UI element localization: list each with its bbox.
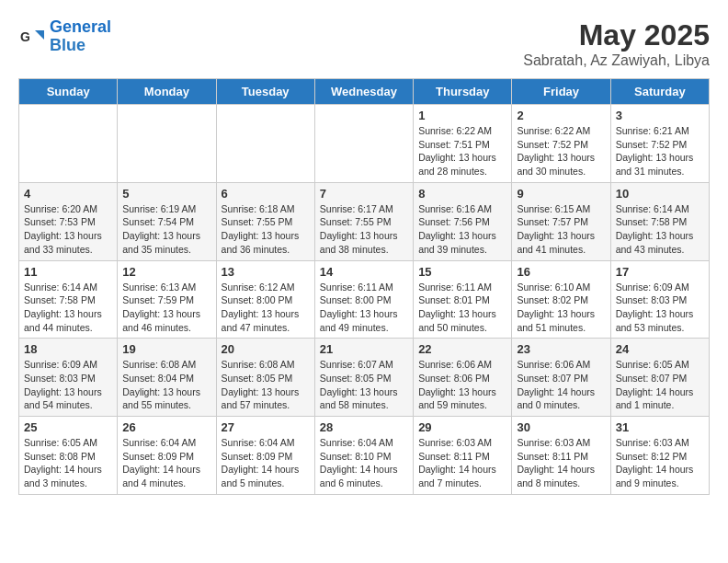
day-content: Sunrise: 6:09 AMSunset: 8:03 PMDaylight:…: [616, 281, 704, 335]
calendar-cell: 22Sunrise: 6:06 AMSunset: 8:06 PMDayligh…: [414, 339, 512, 417]
calendar-cell: [314, 105, 413, 183]
day-number: 4: [24, 187, 112, 201]
logo-line2: Blue: [50, 36, 85, 54]
day-content: Sunrise: 6:08 AMSunset: 8:05 PMDaylight:…: [222, 358, 310, 412]
calendar-cell: 5Sunrise: 6:19 AMSunset: 7:54 PMDaylight…: [118, 182, 216, 260]
day-content: Sunrise: 6:11 AMSunset: 8:00 PMDaylight:…: [320, 281, 408, 335]
day-number: 2: [517, 109, 605, 122]
day-content: Sunrise: 6:20 AMSunset: 7:53 PMDaylight:…: [24, 202, 112, 257]
calendar-cell: 29Sunrise: 6:03 AMSunset: 8:11 PMDayligh…: [414, 417, 512, 495]
day-number: 9: [517, 187, 605, 201]
day-content: Sunrise: 6:22 AMSunset: 7:52 PMDaylight:…: [517, 124, 605, 178]
day-number: 22: [418, 342, 506, 356]
day-number: 6: [222, 187, 310, 201]
calendar-cell: 15Sunrise: 6:11 AMSunset: 8:01 PMDayligh…: [414, 260, 512, 339]
day-number: 14: [320, 265, 408, 279]
day-content: Sunrise: 6:19 AMSunset: 7:54 PMDaylight:…: [122, 202, 210, 257]
calendar-cell: 20Sunrise: 6:08 AMSunset: 8:05 PMDayligh…: [216, 339, 314, 417]
calendar-cell: 12Sunrise: 6:13 AMSunset: 7:59 PMDayligh…: [118, 260, 216, 339]
calendar-cell: 17Sunrise: 6:09 AMSunset: 8:03 PMDayligh…: [610, 260, 709, 339]
header-saturday: Saturday: [610, 79, 709, 105]
calendar-cell: 18Sunrise: 6:09 AMSunset: 8:03 PMDayligh…: [19, 339, 118, 417]
day-number: 20: [222, 342, 310, 356]
day-content: Sunrise: 6:03 AMSunset: 8:12 PMDaylight:…: [616, 436, 704, 490]
header-thursday: Thursday: [414, 79, 512, 105]
day-number: 5: [122, 187, 210, 201]
calendar-cell: 14Sunrise: 6:11 AMSunset: 8:00 PMDayligh…: [314, 260, 413, 339]
calendar-cell: 31Sunrise: 6:03 AMSunset: 8:12 PMDayligh…: [610, 417, 709, 495]
day-number: 12: [122, 265, 210, 279]
calendar-week-row: 25Sunrise: 6:05 AMSunset: 8:08 PMDayligh…: [19, 417, 710, 495]
day-content: Sunrise: 6:12 AMSunset: 8:00 PMDaylight:…: [222, 281, 310, 335]
day-content: Sunrise: 6:04 AMSunset: 8:09 PMDaylight:…: [122, 436, 210, 490]
day-content: Sunrise: 6:04 AMSunset: 8:09 PMDaylight:…: [222, 436, 310, 490]
title-block: May 2025 Sabratah, Az Zawiyah, Libya: [523, 18, 710, 69]
header-friday: Friday: [512, 79, 610, 105]
calendar-cell: [19, 105, 118, 183]
calendar-cell: 9Sunrise: 6:15 AMSunset: 7:57 PMDaylight…: [512, 182, 610, 260]
day-number: 8: [418, 187, 506, 201]
day-content: Sunrise: 6:05 AMSunset: 8:08 PMDaylight:…: [24, 436, 112, 490]
day-number: 17: [616, 265, 704, 279]
day-number: 3: [616, 109, 704, 122]
day-content: Sunrise: 6:07 AMSunset: 8:05 PMDaylight:…: [320, 358, 408, 412]
day-number: 26: [122, 420, 210, 434]
calendar-table: SundayMondayTuesdayWednesdayThursdayFrid…: [18, 78, 710, 495]
day-content: Sunrise: 6:14 AMSunset: 7:58 PMDaylight:…: [24, 281, 112, 335]
calendar-cell: [118, 105, 216, 183]
calendar-cell: 1Sunrise: 6:22 AMSunset: 7:51 PMDaylight…: [414, 105, 512, 183]
day-content: Sunrise: 6:05 AMSunset: 8:07 PMDaylight:…: [616, 358, 704, 412]
calendar-cell: 21Sunrise: 6:07 AMSunset: 8:05 PMDayligh…: [314, 339, 413, 417]
day-content: Sunrise: 6:06 AMSunset: 8:06 PMDaylight:…: [418, 358, 506, 412]
day-number: 1: [418, 109, 506, 122]
day-number: 31: [616, 420, 704, 434]
day-content: Sunrise: 6:22 AMSunset: 7:51 PMDaylight:…: [418, 124, 506, 178]
calendar-cell: 27Sunrise: 6:04 AMSunset: 8:09 PMDayligh…: [216, 417, 314, 495]
day-content: Sunrise: 6:04 AMSunset: 8:10 PMDaylight:…: [320, 436, 408, 490]
day-content: Sunrise: 6:13 AMSunset: 7:59 PMDaylight:…: [122, 281, 210, 335]
calendar-header-row: SundayMondayTuesdayWednesdayThursdayFrid…: [19, 79, 710, 105]
calendar-cell: [216, 105, 314, 183]
day-content: Sunrise: 6:06 AMSunset: 8:07 PMDaylight:…: [517, 358, 605, 412]
calendar-cell: 4Sunrise: 6:20 AMSunset: 7:53 PMDaylight…: [19, 182, 118, 260]
day-content: Sunrise: 6:11 AMSunset: 8:01 PMDaylight:…: [418, 281, 506, 335]
calendar-cell: 13Sunrise: 6:12 AMSunset: 8:00 PMDayligh…: [216, 260, 314, 339]
page-header: G General Blue May 2025 Sabratah, Az Zaw…: [18, 18, 710, 69]
svg-text:G: G: [20, 29, 30, 44]
logo-line1: General: [50, 17, 111, 36]
calendar-cell: 3Sunrise: 6:21 AMSunset: 7:52 PMDaylight…: [610, 105, 709, 183]
calendar-cell: 7Sunrise: 6:17 AMSunset: 7:55 PMDaylight…: [314, 182, 413, 260]
calendar-cell: 28Sunrise: 6:04 AMSunset: 8:10 PMDayligh…: [314, 417, 413, 495]
day-number: 10: [616, 187, 704, 201]
day-number: 18: [24, 342, 112, 356]
day-content: Sunrise: 6:08 AMSunset: 8:04 PMDaylight:…: [122, 358, 210, 412]
day-number: 27: [222, 420, 310, 434]
calendar-cell: 26Sunrise: 6:04 AMSunset: 8:09 PMDayligh…: [118, 417, 216, 495]
location-title: Sabratah, Az Zawiyah, Libya: [523, 52, 710, 69]
day-number: 16: [517, 265, 605, 279]
day-number: 24: [616, 342, 704, 356]
calendar-cell: 25Sunrise: 6:05 AMSunset: 8:08 PMDayligh…: [19, 417, 118, 495]
day-content: Sunrise: 6:09 AMSunset: 8:03 PMDaylight:…: [24, 358, 112, 412]
day-content: Sunrise: 6:15 AMSunset: 7:57 PMDaylight:…: [517, 202, 605, 257]
header-monday: Monday: [118, 79, 216, 105]
calendar-cell: 23Sunrise: 6:06 AMSunset: 8:07 PMDayligh…: [512, 339, 610, 417]
day-number: 7: [320, 187, 408, 201]
day-number: 29: [418, 420, 506, 434]
day-number: 13: [222, 265, 310, 279]
day-number: 23: [517, 342, 605, 356]
day-content: Sunrise: 6:10 AMSunset: 8:02 PMDaylight:…: [517, 281, 605, 335]
day-content: Sunrise: 6:17 AMSunset: 7:55 PMDaylight:…: [320, 202, 408, 257]
day-content: Sunrise: 6:21 AMSunset: 7:52 PMDaylight:…: [616, 124, 704, 178]
calendar-cell: 8Sunrise: 6:16 AMSunset: 7:56 PMDaylight…: [414, 182, 512, 260]
header-wednesday: Wednesday: [314, 79, 413, 105]
header-sunday: Sunday: [19, 79, 118, 105]
day-content: Sunrise: 6:03 AMSunset: 8:11 PMDaylight:…: [418, 436, 506, 490]
day-number: 21: [320, 342, 408, 356]
month-title: May 2025: [523, 18, 710, 52]
calendar-cell: 10Sunrise: 6:14 AMSunset: 7:58 PMDayligh…: [610, 182, 709, 260]
calendar-cell: 6Sunrise: 6:18 AMSunset: 7:55 PMDaylight…: [216, 182, 314, 260]
day-number: 25: [24, 420, 112, 434]
logo: G General Blue: [18, 18, 111, 55]
calendar-cell: 24Sunrise: 6:05 AMSunset: 8:07 PMDayligh…: [610, 339, 709, 417]
